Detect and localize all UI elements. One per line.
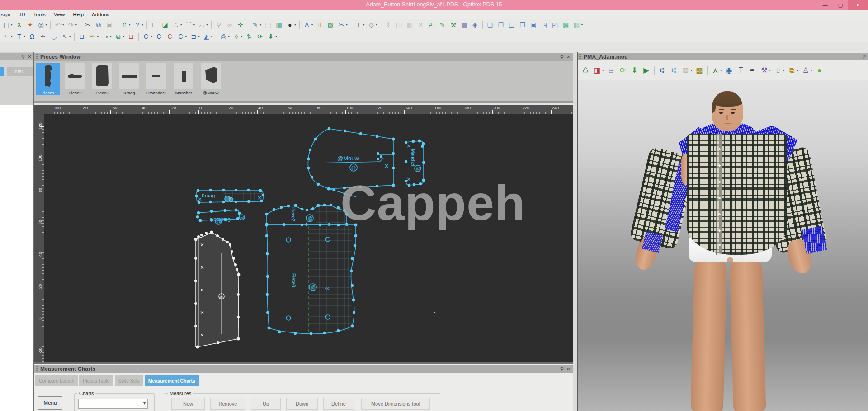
threed-toolbar-icon-3[interactable]: ⟳ xyxy=(618,65,628,75)
threed-toolbar-icon-20[interactable]: ● xyxy=(814,65,825,75)
toolbar1-icon-27[interactable]: ▥ xyxy=(274,20,284,30)
drag-grip-icon[interactable] xyxy=(36,366,38,372)
threed-toolbar-icon-16[interactable]: ⚒▾ xyxy=(759,65,772,75)
move-dimensions-tool-button[interactable]: Move Dimensions tool xyxy=(361,398,430,410)
threed-toolbar-icon-0[interactable]: ♺ xyxy=(580,65,591,75)
threed-toolbar-icon-17[interactable]: ⌷▾ xyxy=(773,65,786,75)
toolbar1-icon-32[interactable]: ▧ xyxy=(326,20,335,30)
toolbar2-icon-24[interactable]: ⬇▾ xyxy=(266,32,278,42)
toolbar1-icon-50[interactable]: ❑ xyxy=(507,20,517,30)
toolbar2-icon-10[interactable]: ⧉▾ xyxy=(113,32,126,42)
threed-toolbar-icon-15[interactable]: ✒ xyxy=(747,65,758,75)
toolbar1-icon-21[interactable]: ⚲ xyxy=(214,20,224,30)
minimize-button[interactable]: — xyxy=(817,0,833,10)
toolbar1-icon-52[interactable]: ▣ xyxy=(528,20,538,30)
define-button[interactable]: Define xyxy=(323,398,354,410)
toolbar1-icon-42[interactable]: ◰ xyxy=(427,20,437,30)
threed-toolbar-icon-2[interactable]: ⍈ xyxy=(606,65,617,75)
toolbar1-icon-46[interactable]: ◈ xyxy=(470,20,480,30)
threed-toolbar-icon-13[interactable]: ◉ xyxy=(724,65,735,75)
piece-thumbnail-staander1[interactable]: Staander1 xyxy=(145,63,168,95)
toolbar1-icon-10[interactable]: ▣ xyxy=(104,20,114,30)
close-button[interactable]: ✕ xyxy=(848,0,868,10)
piece-thumbnail-manchet[interactable]: Manchet xyxy=(172,63,195,95)
toolbar2-icon-9[interactable]: ⊸▾ xyxy=(100,32,113,42)
sidebar-empty-list[interactable] xyxy=(0,105,33,411)
piece-thumbnail-mouw[interactable]: @Mouw xyxy=(199,63,222,95)
menu-item-help[interactable]: Help xyxy=(69,12,88,17)
toolbar2-icon-20[interactable]: ⎙▾ xyxy=(218,32,231,42)
toolbar2-icon-4[interactable]: ◡ xyxy=(49,32,59,42)
toolbar1-icon-28[interactable]: ●▾ xyxy=(285,20,297,30)
menu-item-tools[interactable]: Tools xyxy=(29,12,50,17)
pin-icon[interactable]: ⚲ xyxy=(560,366,564,373)
threed-toolbar-icon-1[interactable]: ◨▾ xyxy=(592,65,605,75)
tab-style-sets[interactable]: Style Sets xyxy=(115,375,143,386)
toolbar1-icon-13[interactable]: ?▾ xyxy=(132,20,145,30)
piece-thumbnail-piece3[interactable]: Piece3 xyxy=(90,63,114,95)
toolbar1-icon-44[interactable]: ⚒ xyxy=(448,20,458,30)
drag-grip-icon[interactable] xyxy=(36,54,38,60)
toolbar2-icon-23[interactable]: ⟳ xyxy=(255,32,265,42)
new-button[interactable]: New xyxy=(171,398,205,410)
toolbar1-icon-35[interactable]: ⊤▾ xyxy=(354,20,366,30)
toolbar1-icon-36[interactable]: ◇▾ xyxy=(366,20,378,30)
threed-toolbar-icon-5[interactable]: ▶ xyxy=(641,65,652,75)
toolbar1-icon-25[interactable]: ✎▾ xyxy=(250,20,263,30)
toolbar1-icon-23[interactable]: ✛ xyxy=(236,20,245,30)
pattern-piece-kraag[interactable]: Kraag xyxy=(195,189,264,204)
threed-panel-header[interactable]: PMA_Adam.mod ⚲ xyxy=(578,53,868,60)
toolbar1-icon-30[interactable]: Λ▾ xyxy=(302,20,314,30)
toolbar2-icon-3[interactable]: ✒ xyxy=(38,32,48,42)
threed-toolbar-icon-14[interactable]: T xyxy=(736,65,746,75)
pin-icon[interactable]: ⚲ xyxy=(560,54,564,61)
toolbar1-icon-9[interactable]: ⧉ xyxy=(94,20,104,30)
tab-compare-length[interactable]: Compare Length xyxy=(35,375,78,386)
threed-toolbar-icon-7[interactable]: ⑆ xyxy=(657,65,668,75)
pattern-piece-staander[interactable]: Staander1 @ @ xyxy=(196,209,245,225)
menu-item-view[interactable]: View xyxy=(50,12,69,17)
piece-thumbnail-kraag[interactable]: Kraag xyxy=(118,63,141,95)
toolbar1-icon-54[interactable]: ◰ xyxy=(550,20,560,30)
toolbar1-icon-56[interactable]: ▦▾ xyxy=(572,20,584,30)
threed-toolbar-icon-18[interactable]: ⧉▾ xyxy=(787,65,800,75)
toolbar2-icon-13[interactable]: C▾ xyxy=(141,32,153,42)
toolbar1-icon-1[interactable]: X xyxy=(14,20,24,30)
sidebar-tab-active-sliver[interactable] xyxy=(0,67,4,76)
toolbar1-icon-51[interactable]: ❒ xyxy=(518,20,528,30)
toolbar1-icon-49[interactable]: ❐ xyxy=(496,20,506,30)
toolbar2-icon-7[interactable]: ⊔ xyxy=(77,32,87,42)
toolbar1-icon-17[interactable]: ∴▾ xyxy=(171,20,183,30)
close-icon[interactable]: ✕ xyxy=(566,54,571,61)
pattern-piece-piece1[interactable]: @ xyxy=(194,230,241,348)
threed-toolbar-icon-4[interactable]: ⬇ xyxy=(629,65,640,75)
toolbar1-icon-48[interactable]: ❏ xyxy=(485,20,495,30)
toolbar1-icon-22[interactable]: ∞ xyxy=(225,20,235,30)
toolbar1-icon-40[interactable]: ▦ xyxy=(405,20,415,30)
toolbar1-icon-33[interactable]: ✂▾ xyxy=(336,20,349,30)
pattern-canvas[interactable]: @Mouw @ Manchet @ xyxy=(44,114,573,362)
threed-toolbar-icon-19[interactable]: ♙▾ xyxy=(800,65,813,75)
toolbar1-icon-8[interactable]: ✂ xyxy=(83,20,93,30)
threed-viewport[interactable] xyxy=(578,80,868,411)
toolbar1-icon-18[interactable]: ⌒▾ xyxy=(184,20,196,30)
menu-item-sign[interactable]: sign xyxy=(0,12,14,17)
toolbar2-icon-14[interactable]: C xyxy=(154,32,164,42)
close-icon[interactable]: ✕ xyxy=(566,366,571,373)
toolbar1-icon-6[interactable]: ↷▾ xyxy=(66,20,78,30)
toolbar2-icon-2[interactable]: Ω xyxy=(27,32,37,42)
toolbar2-icon-1[interactable]: T▾ xyxy=(14,32,27,42)
pattern-piece-piece3[interactable]: Piece3 @ ∞ xyxy=(265,224,358,336)
pin-icon[interactable]: ⚲ xyxy=(862,53,866,60)
sidebar-tab-inter[interactable]: Inter... xyxy=(7,67,33,76)
pieces-window-header[interactable]: Pieces Window ⚲ ✕ xyxy=(34,53,573,61)
toolbar1-icon-5[interactable]: ↶▾ xyxy=(53,20,65,30)
toolbar2-icon-0[interactable]: ✁▾ xyxy=(1,32,14,42)
menu-button[interactable]: Menu xyxy=(38,396,62,410)
threed-toolbar-icon-9[interactable]: ⊠▾ xyxy=(680,65,693,75)
close-icon[interactable]: ✕ xyxy=(28,53,32,60)
pattern-piece-piece2[interactable]: Piece2 @ xyxy=(265,204,349,226)
threed-toolbar-icon-12[interactable]: ⋏▾ xyxy=(710,65,723,75)
up-button[interactable]: Up xyxy=(251,398,281,410)
toolbar1-icon-43[interactable]: ✎ xyxy=(438,20,448,30)
